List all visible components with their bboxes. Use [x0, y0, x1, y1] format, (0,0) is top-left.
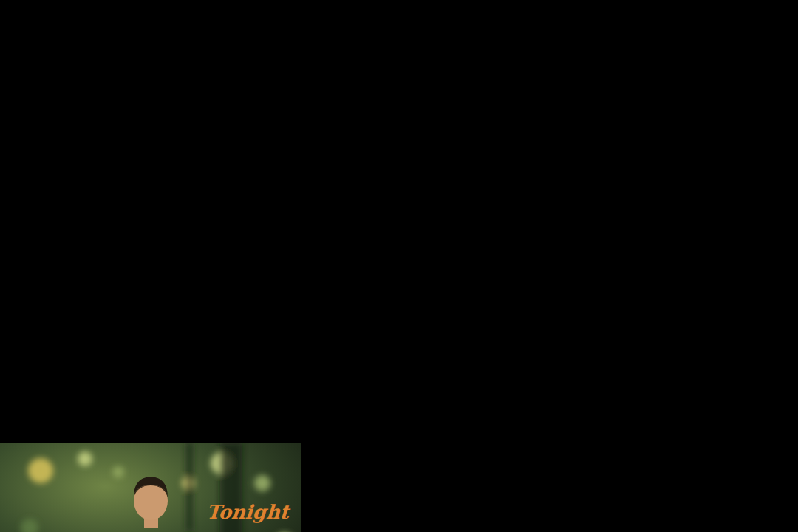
- pen-mask-icon: ✎: [21, 221, 30, 233]
- program-title: Program: Tonight (Final Master)≡: [0, 429, 798, 443]
- panel-tab[interactable]: Source: (no clips): [0, 53, 92, 66]
- effect-row[interactable]: ◔Anchor Point960.0540.0↺: [0, 178, 798, 192]
- reset-icon[interactable]: ↺: [61, 207, 71, 219]
- adjustment-layer-clip[interactable]: Adjustment Layer: [0, 416, 798, 429]
- effect-row[interactable]: ◯□✎: [0, 220, 798, 234]
- menu-item[interactable]: Help: [156, 13, 180, 27]
- menu-item[interactable]: File: [33, 13, 52, 27]
- workspace-tab[interactable]: Graphics: [228, 27, 275, 39]
- ellipse-mask-icon: ◯: [0, 221, 13, 233]
- ellipse-mask-icon: ◯: [0, 291, 13, 304]
- rect-mask-icon: □: [13, 221, 21, 233]
- reset-icon[interactable]: ↺: [84, 151, 94, 163]
- workspace-tab[interactable]: Editing: [98, 27, 134, 39]
- blend-mode-dropdown[interactable]: Normal∨: [63, 249, 109, 262]
- program-timecode[interactable]: 00:00:02:05: [6, 0, 69, 13]
- menu-item[interactable]: Window: [114, 13, 156, 27]
- program-video-frame[interactable]: Tonight: [0, 443, 798, 532]
- effect-row[interactable]: ▸Creative: [0, 332, 798, 347]
- effect-row[interactable]: ▸◔Scale100.0↺: [0, 122, 798, 136]
- effect-row[interactable]: ▸Curves: [0, 347, 798, 361]
- reset-icon[interactable]: ↺: [118, 235, 128, 248]
- effect-row[interactable]: ◯□✎: [0, 290, 798, 304]
- effect-row[interactable]: ▼fxLumetri Color↺: [0, 276, 798, 290]
- workspace-overflow-icon[interactable]: »: [0, 40, 7, 52]
- effect-row[interactable]: ▸◔Scale Width100.0↺: [0, 136, 798, 150]
- menu-items: FinderFileEditViewGoWindowHelp: [0, 13, 798, 27]
- video-title-overlay: Tonight: [205, 501, 292, 523]
- effect-row[interactable]: ▸HSL Secondary: [0, 375, 798, 389]
- monitor: ● FinderFileEditViewGoWindowHelp Learnin…: [0, 0, 798, 532]
- photo-of-monitor: ● FinderFileEditViewGoWindowHelp Learnin…: [0, 0, 798, 532]
- effect-controls-mini-timeline[interactable]: 00:00 Adjustment Layer: [0, 403, 798, 429]
- reset-icon[interactable]: ↺: [56, 95, 66, 107]
- workspace-tab[interactable]: Libraries: [275, 27, 320, 39]
- effect-row[interactable]: ◔Opacity100.0 %◂ ◇ ▸↺: [0, 234, 798, 248]
- effect-row[interactable]: ▸◷Time Remapping: [0, 262, 798, 276]
- effect-row[interactable]: ▸◔Anti-flicker Filter0.00↺: [0, 192, 798, 206]
- menu-item[interactable]: Finder: [0, 13, 33, 27]
- reset-icon[interactable]: ↺: [106, 137, 115, 149]
- panel-tab[interactable]: Effect Controls: [174, 53, 252, 66]
- effect-controls-panel: Source: (no clips)Lumetri ScopesEffect C…: [0, 53, 798, 429]
- panel-tab[interactable]: Audio Clip Mixer: T: [251, 53, 351, 66]
- effect-row[interactable]: ▼fxMotion↺: [0, 94, 798, 108]
- workspace-tab[interactable]: Assembly: [46, 27, 97, 39]
- mini-timeline-ruler[interactable]: 00:00: [0, 403, 798, 416]
- effect-controls-tabs: Source: (no clips)Lumetri ScopesEffect C…: [0, 53, 798, 66]
- effect-rows: Video Effects▼fxMotion↺◔Position960.0540…: [0, 81, 798, 403]
- workspace-tabs: LearningAssemblyEditingColorEffectsAudio…: [0, 27, 798, 40]
- menu-item[interactable]: Edit: [52, 13, 73, 27]
- reset-icon[interactable]: ↺: [72, 123, 82, 135]
- panel-menu-icon[interactable]: ≡: [166, 429, 173, 442]
- chevron-right-icon: ▸: [267, 67, 273, 80]
- chevron-down-icon: ∨: [135, 67, 144, 80]
- effect-row[interactable]: ▼fxOpacity↺: [0, 206, 798, 220]
- panel-tab[interactable]: »: [351, 53, 358, 66]
- master-clip-label[interactable]: Master * Adjustment La...: [0, 67, 132, 80]
- pen-mask-icon: ✎: [21, 291, 30, 304]
- effect-row[interactable]: Blend ModeNormal∨: [0, 248, 798, 262]
- reset-icon[interactable]: ↺: [83, 305, 93, 318]
- effect-row[interactable]: ▸Basic Correction: [0, 318, 798, 332]
- menu-item[interactable]: Go: [98, 13, 114, 27]
- effect-row[interactable]: ▸Vignette: [0, 389, 798, 403]
- macos-menu-bar: ● FinderFileEditViewGoWindowHelp: [0, 0, 798, 27]
- effect-row[interactable]: ▸◔Rotation0.0↺: [0, 164, 798, 178]
- reset-icon[interactable]: ↺: [121, 193, 131, 205]
- screen: ● FinderFileEditViewGoWindowHelp Learnin…: [0, 0, 798, 532]
- checkbox-checked[interactable]: ✓: [0, 151, 10, 163]
- effect-row[interactable]: High Dynamic...↺: [0, 304, 798, 318]
- selected-clip-label[interactable]: Tonight (Final Maste...: [147, 67, 263, 80]
- workspace-tab[interactable]: Audio: [197, 27, 228, 39]
- effect-row[interactable]: ▸Color Wheels & Match: [0, 361, 798, 375]
- effect-row[interactable]: Video Effects: [0, 81, 798, 94]
- panel-tab[interactable]: Lumetri Scopes: [92, 53, 174, 66]
- reset-icon[interactable]: ↺: [134, 179, 143, 191]
- program-monitor-panel: Program: Tonight (Final Master)≡: [0, 429, 798, 532]
- reset-icon[interactable]: ↺: [74, 165, 83, 177]
- workspace-tab[interactable]: Effects: [162, 27, 198, 39]
- effect-row[interactable]: ◔Position960.0540.0↺: [0, 108, 798, 122]
- reset-icon[interactable]: ↺: [92, 277, 101, 290]
- menu-item[interactable]: View: [73, 13, 98, 27]
- workspace-tab[interactable]: Color: [134, 27, 162, 39]
- effect-row[interactable]: ✓Uniform Scale↺: [0, 150, 798, 164]
- rect-mask-icon: □: [13, 291, 21, 304]
- reset-icon[interactable]: ↺: [109, 109, 118, 121]
- clip-selector[interactable]: Master * Adjustment La... ∨ Tonight (Fin…: [0, 66, 798, 81]
- workspace-tab[interactable]: Learning: [0, 27, 46, 39]
